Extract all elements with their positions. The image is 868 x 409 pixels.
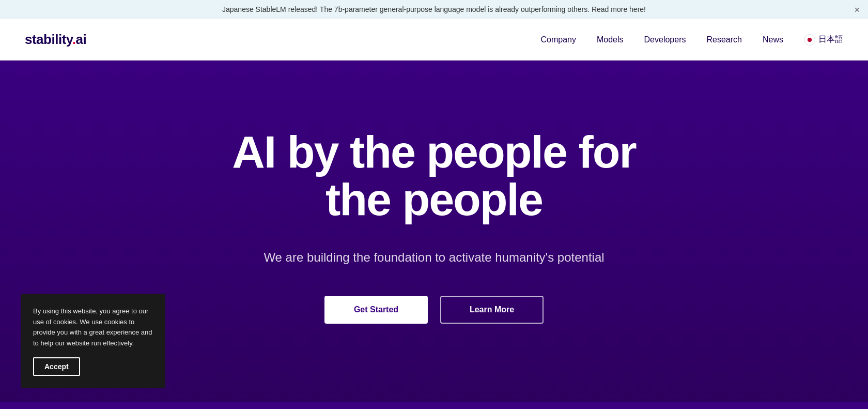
nav-link-developers[interactable]: Developers bbox=[644, 35, 686, 44]
logo-stability: stability bbox=[25, 32, 72, 47]
cookie-accept-button[interactable]: Accept bbox=[33, 357, 80, 376]
announcement-text: Japanese StableLM released! The 7b-param… bbox=[222, 5, 646, 13]
logo-link[interactable]: stability.ai bbox=[25, 32, 86, 48]
japan-label: 日本語 bbox=[818, 34, 843, 45]
navbar: stability.ai Company Models Developers R… bbox=[0, 19, 868, 60]
nav-menu: Company Models Developers Research News … bbox=[541, 34, 844, 46]
svg-point-1 bbox=[808, 37, 812, 41]
logo-text: stability.ai bbox=[25, 32, 86, 48]
hero-title: AI by the people for the people bbox=[222, 128, 646, 224]
nav-link-research[interactable]: Research bbox=[707, 35, 742, 44]
nav-item-japan: 日本語 bbox=[804, 34, 843, 46]
logo-ai: ai bbox=[76, 32, 87, 47]
japan-flag-icon bbox=[804, 34, 815, 46]
logo-dot: . bbox=[72, 32, 76, 47]
get-started-button[interactable]: Get Started bbox=[324, 296, 428, 324]
nav-link-news[interactable]: News bbox=[763, 35, 783, 44]
nav-item-research: Research bbox=[707, 35, 742, 44]
nav-item-models: Models bbox=[597, 35, 624, 44]
nav-link-models[interactable]: Models bbox=[597, 35, 624, 44]
hero-subtitle: We are building the foundation to activa… bbox=[264, 248, 604, 267]
banner-close-button[interactable]: × bbox=[854, 5, 860, 14]
learn-more-button[interactable]: Learn More bbox=[440, 296, 544, 324]
nav-link-company[interactable]: Company bbox=[541, 35, 576, 44]
announcement-banner: Japanese StableLM released! The 7b-param… bbox=[0, 0, 868, 19]
japan-link[interactable]: 日本語 bbox=[804, 34, 843, 46]
nav-item-company: Company bbox=[541, 35, 576, 44]
nav-item-news: News bbox=[763, 35, 783, 44]
hero-buttons: Get Started Learn More bbox=[324, 296, 544, 324]
cookie-text: By using this website, you agree to our … bbox=[33, 306, 153, 349]
nav-item-developers: Developers bbox=[644, 35, 686, 44]
cookie-banner: By using this website, you agree to our … bbox=[21, 294, 165, 388]
